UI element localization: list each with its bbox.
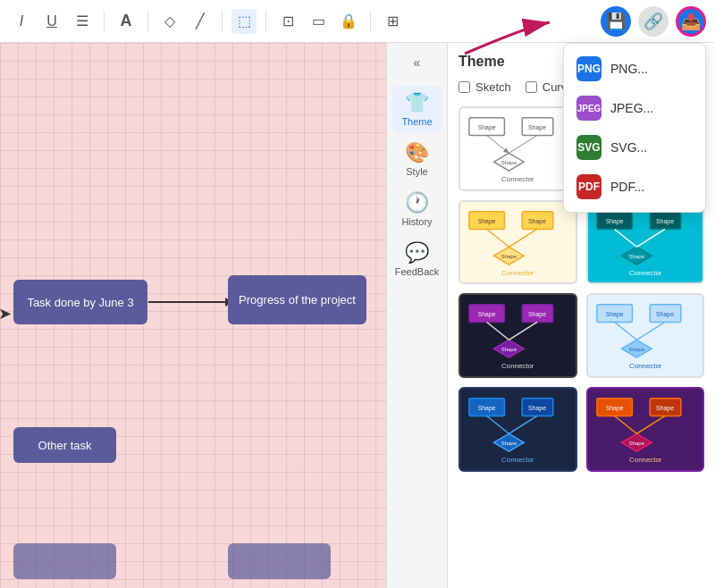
canvas-area[interactable]: ➤ Task done by June 3 Progress of the pr…	[0, 43, 386, 588]
share-button[interactable]: 🔗	[638, 6, 669, 37]
select-box-icon[interactable]: ⬚	[231, 9, 257, 34]
list-icon[interactable]: ☰	[70, 9, 95, 34]
text-style-icon[interactable]: A	[114, 9, 139, 34]
theme-card-purple[interactable]: Shape Shape Shape Connector	[586, 387, 705, 472]
svg-line-8	[509, 135, 537, 153]
history-icon: 🕐	[405, 191, 429, 214]
jpeg-icon: JPEG	[576, 96, 601, 121]
underline-icon[interactable]: U	[39, 9, 64, 34]
separator-1	[104, 11, 105, 32]
feedback-label: FeedBack	[395, 266, 440, 277]
svg-text:Shape: Shape	[605, 217, 623, 224]
export-svg-label: SVG...	[610, 140, 647, 155]
svg-text:Shape: Shape	[656, 217, 674, 224]
export-dropdown: PNG PNG... JPEG JPEG... SVG SVG... PDF P…	[563, 43, 706, 213]
svg-text:Shape: Shape	[478, 311, 496, 318]
toolbar: I U ☰ A ◇ ╱ ⬚ ⊡ ▭ 🔒 ⊞ 💾 🔗 📤	[0, 0, 715, 43]
sidebar-item-style[interactable]: 🎨 Style	[392, 136, 442, 182]
export-jpeg-label: JPEG...	[610, 101, 653, 115]
svg-text:Shape: Shape	[501, 254, 517, 259]
svg-text:Shape: Shape	[605, 311, 623, 318]
svg-line-72	[636, 416, 665, 433]
arrow-connector	[148, 301, 227, 303]
svg-text:Shape: Shape	[501, 160, 517, 165]
svg-text:Connector: Connector	[629, 456, 662, 464]
theme-card-dark[interactable]: Shape Shape Shape Connector	[458, 293, 577, 378]
svg-line-7	[487, 135, 509, 153]
shape-bottom-right[interactable]	[228, 543, 331, 579]
svg-text:Shape: Shape	[501, 347, 517, 352]
grid-icon[interactable]: ⊞	[380, 9, 405, 34]
svg-text:Connector: Connector	[629, 362, 662, 370]
curved-input[interactable]	[526, 81, 537, 93]
shape-progress-project[interactable]: Progress of the project	[228, 275, 366, 324]
svg-text:Connector: Connector	[629, 269, 662, 277]
svg-text:Connector: Connector	[501, 175, 534, 183]
svg-text:Shape: Shape	[528, 124, 546, 131]
svg-line-27	[509, 229, 537, 247]
svg-text:Shape: Shape	[501, 441, 517, 446]
pdf-icon: PDF	[576, 174, 601, 199]
style-label: Style	[406, 166, 427, 177]
shape-other-task[interactable]: Other task	[13, 427, 116, 463]
crop-icon[interactable]: ⊡	[275, 9, 300, 34]
svg-text:Shape: Shape	[478, 124, 496, 131]
toolbar-right: 💾 🔗 📤	[601, 6, 706, 37]
svg-text:Shape: Shape	[605, 404, 623, 411]
lock-icon[interactable]: 🔒	[336, 9, 361, 34]
svg-text:Shape: Shape	[528, 311, 546, 318]
svg-text:Connector: Connector	[501, 269, 534, 277]
svg-text:Connector: Connector	[501, 362, 534, 370]
separator-5	[370, 11, 371, 32]
svg-line-36	[636, 229, 665, 247]
svg-text:Shape: Shape	[478, 404, 496, 411]
italic-icon[interactable]: I	[9, 9, 34, 34]
export-png-label: PNG...	[610, 62, 648, 76]
sidebar-item-theme[interactable]: 👕 Theme	[392, 86, 442, 132]
svg-line-35	[614, 229, 636, 247]
svg-line-44	[487, 323, 509, 340]
icon-sidebar: « 👕 Theme 🎨 Style 🕐 History 💬 FeedBack	[386, 43, 447, 588]
fill-icon[interactable]: ◇	[157, 9, 182, 34]
sidebar-item-feedback[interactable]: 💬 FeedBack	[392, 236, 442, 282]
svg-line-71	[614, 416, 636, 433]
svg-line-45	[509, 323, 537, 340]
svg-text:Shape: Shape	[528, 404, 546, 411]
svg-line-53	[614, 323, 636, 340]
theme-card-yellow[interactable]: Shape Shape Shape Connector	[458, 200, 577, 285]
sketch-input[interactable]	[458, 81, 470, 93]
theme-label: Theme	[401, 116, 432, 127]
svg-text:Shape: Shape	[656, 311, 674, 318]
svg-text:Shape: Shape	[628, 254, 644, 259]
png-icon: PNG	[576, 56, 601, 81]
collapse-button[interactable]: «	[401, 50, 433, 75]
export-pdf[interactable]: PDF PDF...	[564, 167, 705, 206]
svg-icon: SVG	[576, 135, 601, 160]
frame-icon[interactable]: ▭	[306, 9, 331, 34]
theme-card-lightblue[interactable]: Shape Shape Shape Connector	[586, 293, 705, 378]
theme-icon: 👕	[405, 91, 429, 114]
svg-text:Connector: Connector	[501, 456, 534, 464]
left-arrow-indicator: ➤	[0, 304, 12, 323]
separator-3	[222, 11, 223, 32]
svg-text:Shape: Shape	[478, 217, 496, 224]
theme-card-navy[interactable]: Shape Shape Shape Connector	[458, 387, 577, 472]
shape-bottom-left[interactable]	[13, 543, 116, 579]
svg-text:Shape: Shape	[628, 441, 644, 446]
export-svg[interactable]: SVG SVG...	[564, 128, 705, 167]
svg-line-54	[636, 323, 665, 340]
separator-2	[147, 11, 148, 32]
sidebar-item-history[interactable]: 🕐 History	[392, 186, 442, 232]
export-jpeg[interactable]: JPEG JPEG...	[564, 88, 705, 128]
sketch-checkbox[interactable]: Sketch	[458, 80, 511, 94]
export-button[interactable]: 📤	[676, 6, 706, 37]
separator-4	[265, 11, 266, 32]
theme-card-default[interactable]: Shape Shape Shape Connector	[458, 106, 577, 191]
pen-icon[interactable]: ╱	[188, 9, 213, 34]
save-button[interactable]: 💾	[601, 6, 631, 37]
svg-line-63	[509, 416, 537, 433]
export-png[interactable]: PNG PNG...	[564, 49, 705, 88]
svg-line-62	[487, 416, 509, 433]
svg-text:Shape: Shape	[528, 217, 546, 224]
shape-task-june3[interactable]: Task done by June 3	[13, 280, 147, 324]
